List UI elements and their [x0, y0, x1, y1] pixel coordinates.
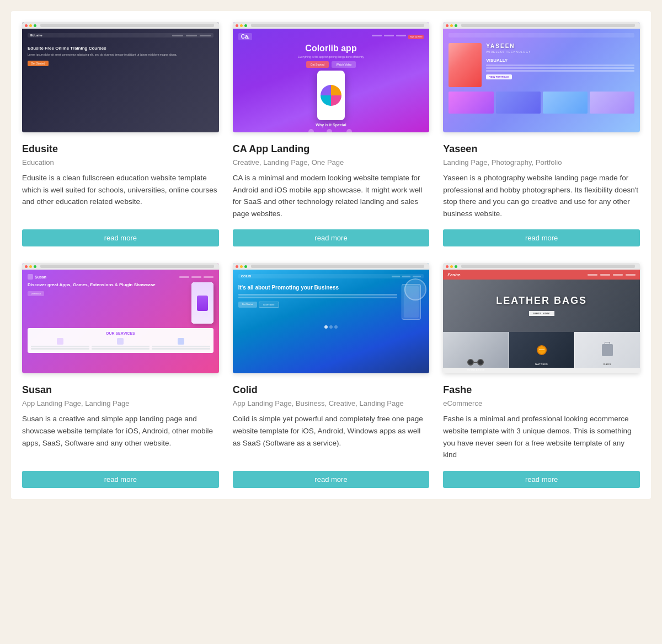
mac-chrome-ca [233, 22, 430, 29]
ca-nav-link-1 [372, 35, 382, 36]
ca-title: Colorlib app [238, 43, 424, 53]
template-grid: Edusite Edusite Free Online Training Cou… [11, 11, 651, 499]
susan-nav-links [179, 276, 213, 278]
colid-btn-2: Learn More [259, 302, 279, 308]
sg-left [467, 359, 474, 366]
susan-phone-wrapper [191, 282, 213, 324]
susan-hero-text-area: Discover great Apps, Games, Extensions &… [28, 282, 187, 324]
mac-dot-yellow-colid [240, 265, 243, 268]
susan-nav-2 [191, 276, 201, 278]
yaseen-gallery [449, 92, 634, 114]
ca-cta-btns: Get Started Watch Video [238, 61, 424, 68]
read-more-ca[interactable]: read more [233, 229, 430, 246]
card-fashe: Fashe. LEATHER BAGS SHOP NOW [443, 263, 640, 487]
card-title-colid: Colid [233, 384, 430, 396]
ca-btn-1: Get Started [306, 61, 329, 68]
read-more-colid[interactable]: read more [233, 471, 430, 488]
colid-link-2 [402, 276, 410, 277]
susan-nav-1 [179, 276, 189, 278]
card-colid: COLID It's all about Promoting your Busi… [233, 263, 430, 487]
mac-dot-red-fashe [446, 265, 449, 268]
susan-services-row [31, 338, 210, 350]
thumbnail-colid[interactable]: COLID It's all about Promoting your Busi… [233, 263, 430, 373]
fashe-hero-section: LEATHER BAGS SHOP NOW [443, 280, 640, 332]
card-categories-yaseen: Landing Page, Photography, Portfolio [443, 158, 640, 167]
yaseen-content: YASEEN WIRELESS TECHNOLOGY VISUALLY VIEW… [443, 29, 640, 132]
nav-link-3 [200, 35, 211, 36]
mac-dot-red-colid [236, 265, 238, 268]
colid-link-1 [392, 276, 400, 277]
yaseen-hero: YASEEN WIRELESS TECHNOLOGY VISUALLY VIEW… [449, 43, 634, 87]
ca-feature-3: Customizability [342, 129, 357, 132]
susan-service-text-3b [152, 348, 210, 350]
card-description-fashe: Fashe is a minimal and professional look… [443, 413, 640, 460]
card-title-susan: Susan [22, 384, 219, 396]
ca-feature-icon-1 [308, 129, 314, 132]
read-more-susan[interactable]: read more [22, 471, 219, 488]
susan-services-title: OUR SERVICES [31, 331, 210, 335]
susan-service-icon-2 [117, 338, 124, 345]
edusite-nav-links [47, 35, 211, 36]
card-description-edusite: Edusite is a clean fullscreen education … [22, 172, 219, 219]
colid-link-3 [413, 276, 421, 277]
card-categories-susan: App Landing Page, Landing Page [22, 399, 219, 407]
ca-nav: Ca. Sign up Free [238, 33, 424, 40]
mac-chrome-susan [22, 263, 219, 270]
ca-feature-1: Easy to use [306, 129, 317, 132]
edusite-hero-title: Edusite Free Online Training Courses [28, 46, 213, 51]
ca-logo: Ca. [238, 33, 253, 40]
ca-phone-area [238, 71, 424, 120]
read-more-edusite[interactable]: read more [22, 229, 219, 246]
ca-why-area: Why is it Special Easy to use Powerful D… [238, 123, 424, 132]
fashe-product-sunglasses: SUNGLASSES [443, 332, 509, 368]
edusite-cta-btn: Get Started [28, 61, 49, 66]
ca-phone [317, 71, 345, 120]
susan-service-2 [92, 338, 150, 350]
yaseen-bg: YASEEN WIRELESS TECHNOLOGY VISUALLY VIEW… [443, 22, 640, 132]
susan-service-3 [152, 338, 210, 350]
ca-nav-link-3 [396, 35, 406, 36]
susan-logo-area: Susan [28, 274, 46, 280]
thumbnail-yaseen[interactable]: YASEEN WIRELESS TECHNOLOGY VISUALLY VIEW… [443, 22, 640, 132]
nav-link-1 [172, 35, 183, 36]
fashe-shop-btn: SHOP NOW [529, 311, 554, 316]
thumbnail-edusite[interactable]: Edusite Edusite Free Online Training Cou… [22, 22, 219, 132]
mac-address-bar-ca [251, 24, 425, 27]
card-categories-colid: App Landing Page, Business, Creative, La… [233, 399, 430, 407]
colid-cta: Get Started Learn More [238, 302, 398, 308]
ca-nav-link-2 [384, 35, 394, 36]
fashe-nav-3 [613, 274, 623, 276]
colid-nav: COLID [238, 274, 424, 278]
ca-bg: Ca. Sign up Free Colorlib app [233, 22, 430, 132]
yaseen-person-img [449, 43, 482, 87]
mac-dot-green [34, 24, 36, 27]
card-description-ca: CA is a minimal and modern looking websi… [233, 172, 430, 219]
fashe-product-watches: WATCHES [509, 332, 575, 368]
ca-tagline: Everything is the app for getting things… [238, 55, 424, 58]
fashe-nav-2 [600, 274, 610, 276]
thumbnail-ca[interactable]: Ca. Sign up Free Colorlib app [233, 22, 430, 132]
edusite-logo-text: Edusite [30, 34, 42, 37]
yaseen-gallery-2 [496, 92, 541, 114]
fashe-bg: Fashe. LEATHER BAGS SHOP NOW [443, 263, 640, 373]
ca-chart-circle [321, 85, 341, 106]
fashe-hero-title: LEATHER BAGS [496, 295, 587, 307]
ca-nav-links: Sign up Free [372, 35, 424, 39]
card-title-ca: CA App Landing [233, 143, 430, 155]
read-more-yaseen[interactable]: read more [443, 229, 640, 246]
susan-hero-cta: Download [28, 291, 187, 296]
watch-hand [539, 350, 544, 350]
thumbnail-susan[interactable]: Susan Discover great Apps, Games, Extens… [22, 263, 219, 373]
yaseen-btn: VIEW PORTFOLIO [486, 74, 512, 79]
read-more-fashe[interactable]: read more [443, 471, 640, 488]
colid-dot-1 [324, 325, 328, 329]
susan-phone-app-icon [197, 296, 208, 311]
yaseen-subtitle: WIRELESS TECHNOLOGY [486, 50, 634, 53]
susan-hero-row: Discover great Apps, Games, Extensions &… [28, 282, 213, 324]
colid-hero-row: It's all about Promoting your Business G… [238, 284, 424, 320]
susan-hero-text: Discover great Apps, Games, Extensions &… [28, 282, 187, 288]
card-edusite: Edusite Edusite Free Online Training Cou… [22, 22, 219, 246]
yaseen-text-area: YASEEN WIRELESS TECHNOLOGY VISUALLY VIEW… [486, 43, 634, 87]
thumbnail-fashe[interactable]: Fashe. LEATHER BAGS SHOP NOW [443, 263, 640, 373]
colid-circle-deco [404, 278, 426, 300]
